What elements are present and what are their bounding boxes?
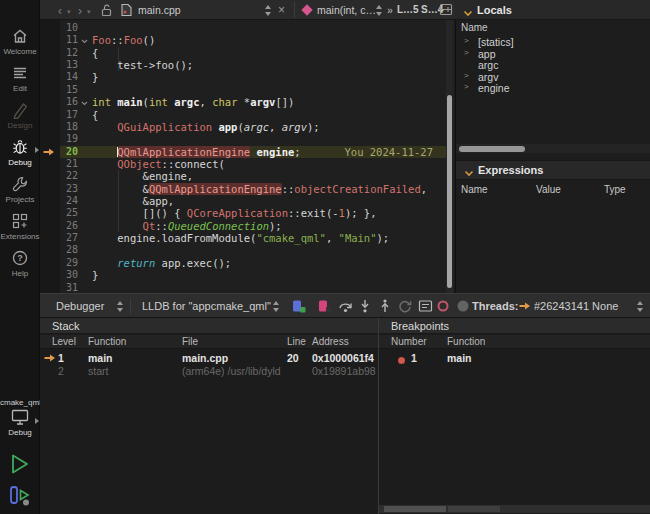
code-line-19[interactable]: 19 [40, 133, 447, 145]
line-number[interactable]: 10 [60, 22, 78, 34]
open-document-tab[interactable]: main.cpp [138, 4, 181, 16]
code-line-14[interactable]: 14} [40, 71, 447, 83]
snapshot-circle-icon[interactable] [456, 299, 470, 313]
sidebar-mode-edit[interactable]: Edit [0, 61, 40, 98]
line-number[interactable]: 16 [60, 96, 78, 108]
line-number[interactable]: 12 [60, 47, 78, 59]
breakpoint-margin-cell[interactable] [40, 282, 60, 293]
code-line-30[interactable]: 30} [40, 269, 447, 281]
expand-chevron-icon[interactable]: > [464, 36, 469, 45]
breakpoint-margin-cell[interactable] [40, 133, 60, 145]
expand-chevron-icon[interactable]: > [464, 48, 469, 57]
line-number[interactable]: 25 [60, 207, 78, 219]
line-number[interactable]: 18 [60, 121, 78, 133]
code-line-16[interactable]: 16int main(int argc, char *argv[]) [40, 96, 447, 108]
breakpoint-margin-cell[interactable] [40, 109, 60, 121]
code-line-20[interactable]: 20 QQmlApplicationEngine engine;You 2024… [40, 146, 447, 158]
fold-chevron-icon[interactable] [78, 96, 90, 108]
code-line-25[interactable]: 25 []() { QCoreApplication::exit(-1); }, [40, 207, 447, 219]
stack-col-address[interactable]: Address [312, 336, 349, 347]
forward-button[interactable]: › [78, 4, 82, 18]
code-line-29[interactable]: 29 return app.exec(); [40, 257, 447, 269]
record-ring-icon[interactable] [436, 299, 450, 313]
expand-chevron-icon[interactable]: > [464, 82, 469, 91]
back-history-icon[interactable]: ▾ [67, 8, 71, 16]
back-button[interactable]: ‹ [58, 4, 62, 18]
breakpoint-margin-cell[interactable] [40, 22, 60, 34]
locals-item-argc[interactable]: argc [456, 59, 650, 71]
kit-selector-button[interactable]: Debug [0, 408, 40, 442]
code-line-27[interactable]: 27 engine.loadFromModule("cmake_qml", "M… [40, 232, 447, 244]
line-number[interactable]: 11 [60, 34, 78, 46]
breakpoint-row-1[interactable]: 1main [379, 352, 650, 365]
scrollbar-thumb[interactable] [447, 95, 452, 288]
code-line-26[interactable]: 26 Qt::QueuedConnection); [40, 220, 447, 232]
line-number[interactable]: 21 [60, 158, 78, 170]
debugger-dropdown[interactable]: Debugger [56, 300, 104, 312]
breakpoint-margin-cell[interactable] [40, 269, 60, 281]
line-number[interactable]: 22 [60, 170, 78, 182]
stack-col-file[interactable]: File [182, 336, 198, 347]
thread-dropdown-icon[interactable] [636, 301, 644, 312]
breakpoint-margin-cell[interactable] [40, 121, 60, 133]
sidebar-mode-help[interactable]: ?Help [0, 246, 40, 283]
line-number[interactable]: 17 [60, 109, 78, 121]
breakpoint-margin-cell[interactable] [40, 59, 60, 71]
continue-icon[interactable] [292, 299, 306, 313]
bp-col-number[interactable]: Number [391, 336, 427, 347]
breakpoint-margin-cell[interactable] [40, 244, 60, 256]
close-document-icon[interactable]: × [278, 3, 285, 17]
stack-frame-row-2[interactable]: 2start(arm64e) /usr/lib/dyld0x19891ab98 [40, 365, 378, 378]
code-line-13[interactable]: 13 test->foo(); [40, 59, 447, 71]
code-line-12[interactable]: 12{ [40, 47, 447, 59]
split-editor-icon[interactable] [439, 3, 453, 18]
breakpoint-margin-cell[interactable] [40, 96, 60, 108]
code-line-21[interactable]: 21 QObject::connect( [40, 158, 447, 170]
line-number[interactable]: 20 [60, 146, 78, 158]
expand-chevron-icon[interactable]: > [464, 71, 469, 80]
editor-vertical-scrollbar[interactable] [446, 20, 453, 293]
locals-item-app[interactable]: >app [456, 48, 650, 60]
line-number[interactable]: 26 [60, 220, 78, 232]
line-number[interactable]: 30 [60, 269, 78, 281]
sidebar-mode-design[interactable]: Design [0, 98, 40, 135]
collapse-chevron-icon[interactable] [463, 7, 473, 19]
locals-item-engine[interactable]: >engine [456, 82, 650, 94]
engine-dropdown-icon[interactable] [272, 301, 280, 312]
breakpoint-margin-cell[interactable] [40, 47, 60, 59]
code-line-31[interactable]: 31 [40, 282, 447, 293]
breakpoint-margin-cell[interactable] [40, 257, 60, 269]
line-number[interactable]: 31 [60, 282, 78, 293]
collapse-chevron-icon[interactable] [464, 167, 474, 179]
breakpoint-margin-cell[interactable] [40, 84, 60, 96]
restart-icon[interactable] [398, 299, 412, 313]
step-into-icon[interactable] [358, 299, 372, 313]
code-editor[interactable]: 1011Foo::Foo()12{13 test->foo();14}1516i… [40, 20, 455, 293]
symbol-dropdown-icon[interactable] [375, 5, 383, 16]
run-button[interactable] [9, 452, 31, 476]
execution-pointer-icon[interactable] [40, 146, 60, 158]
breakpoint-margin-cell[interactable] [40, 207, 60, 219]
code-line-24[interactable]: 24 &app, [40, 195, 447, 207]
line-number[interactable]: 28 [60, 244, 78, 256]
stack-frame-row-1[interactable]: 1mainmain.cpp200x1000061f4 [40, 352, 378, 365]
code-line-17[interactable]: 17{ [40, 109, 447, 121]
breakpoint-margin-cell[interactable] [40, 220, 60, 232]
sidebar-mode-projects[interactable]: Projects [0, 172, 40, 209]
stack-col-level[interactable]: Level [52, 336, 76, 347]
code-line-18[interactable]: 18 QGuiApplication app(argc, argv); [40, 121, 447, 133]
debug-engine-dropdown[interactable]: LLDB for "appcmake_qml" [142, 300, 271, 312]
locals-item-argv[interactable]: >argv [456, 71, 650, 83]
line-number[interactable]: 15 [60, 84, 78, 96]
debugger-dropdown-icon[interactable] [116, 301, 124, 312]
breakpoint-margin-cell[interactable] [40, 71, 60, 83]
breakpoint-margin-cell[interactable] [40, 158, 60, 170]
breakpoints-horizontal-scrollbar[interactable] [379, 505, 650, 513]
debugger-log-icon[interactable] [418, 299, 432, 313]
code-line-11[interactable]: 11Foo::Foo() [40, 34, 447, 46]
breakpoint-margin-cell[interactable] [40, 195, 60, 207]
breakpoint-margin-cell[interactable] [40, 170, 60, 182]
line-number[interactable]: 24 [60, 195, 78, 207]
stack-col-function[interactable]: Function [88, 336, 126, 347]
overview-chevron[interactable]: » [387, 4, 393, 16]
